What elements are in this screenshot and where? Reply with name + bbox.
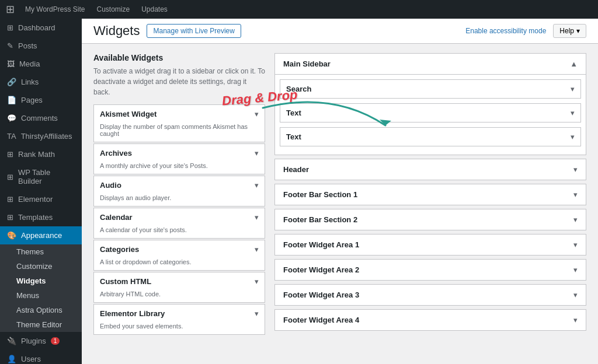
widget-categories: Categories ▾ A list or dropdown of categ…	[93, 240, 265, 271]
media-icon: 🖼	[7, 60, 15, 68]
widget-akismet: Akismet Widget ▾ Display the number of s…	[93, 104, 265, 142]
widget-area-footer-bar-2-header[interactable]: Footer Bar Section 2 ▾	[275, 209, 586, 230]
sidebar-item-plugins[interactable]: 🔌 Plugins 1	[0, 332, 82, 350]
help-label: Help	[559, 27, 574, 35]
sidebar-item-thirstyaffiliates[interactable]: TA ThirstyAffiliates	[0, 127, 82, 145]
widget-audio-header[interactable]: Audio ▾	[94, 176, 265, 194]
footer-widget-3-name: Footer Widget Area 3	[283, 290, 359, 299]
widget-area-footer-widget-4-header[interactable]: Footer Widget Area 4 ▾	[275, 310, 586, 330]
top-bar-nav: My WordPress Site Customize Updates	[19, 5, 173, 13]
available-widgets-title: Available Widgets	[93, 53, 265, 62]
categories-dropdown-icon: ▾	[255, 245, 259, 254]
slot-search-arrow-icon: ▾	[571, 85, 575, 93]
widget-area-footer-widget-4: Footer Widget Area 4 ▾	[274, 309, 586, 331]
widget-area-footer-bar-1-header[interactable]: Footer Bar Section 1 ▾	[275, 184, 586, 205]
widget-archives-desc: A monthly archive of your site's Posts.	[94, 162, 265, 174]
submenu-customize[interactable]: Customize	[0, 259, 82, 274]
sidebar-item-rankmath[interactable]: ⊞ Rank Math	[0, 145, 82, 163]
widget-area-footer-bar-1: Footer Bar Section 1 ▾	[274, 184, 586, 205]
appearance-icon: 🎨	[7, 231, 16, 240]
wptable-icon: ⊞	[7, 173, 13, 181]
sidebar-item-elementor[interactable]: ⊞ Elementor	[0, 190, 82, 208]
widget-area-footer-widget-2-header[interactable]: Footer Widget Area 2 ▾	[275, 260, 586, 280]
widget-archives-header[interactable]: Archives ▾	[94, 144, 265, 162]
slot-text2-arrow-icon: ▾	[571, 132, 575, 141]
admin-sidebar: ⊞ Dashboard ✎ Posts 🖼 Media 🔗 Links 📄 Pa…	[0, 19, 82, 364]
users-icon: 👤	[7, 355, 16, 363]
sidebar-item-links[interactable]: 🔗 Links	[0, 73, 82, 91]
plugins-badge: 1	[51, 337, 60, 345]
dashboard-icon: ⊞	[7, 23, 13, 32]
sidebar-item-media[interactable]: 🖼 Media	[0, 55, 82, 73]
widget-slot-text-1: Text ▾	[280, 103, 581, 123]
top-admin-bar: ⊞ My WordPress Site Customize Updates	[0, 0, 598, 19]
wp-logo-icon: ⊞	[6, 3, 15, 16]
widget-custom-html-header[interactable]: Custom HTML ▾	[94, 272, 265, 290]
widget-calendar: Calendar ▾ A calendar of your site's pos…	[93, 208, 265, 239]
accessibility-link[interactable]: Enable accessibility mode	[465, 27, 546, 35]
sidebar-item-appearance[interactable]: 🎨 Appearance ➤	[0, 226, 82, 244]
submenu-widgets[interactable]: Widgets	[0, 274, 82, 288]
widget-area-footer-widget-3-header[interactable]: Footer Widget Area 3 ▾	[275, 285, 586, 305]
footer-bar-1-name: Footer Bar Section 1	[283, 190, 357, 199]
help-button[interactable]: Help ▾	[553, 24, 586, 38]
submenu-theme-editor[interactable]: Theme Editor	[0, 317, 82, 332]
widget-slot-text-2: Text ▾	[280, 127, 581, 146]
widget-categories-desc: A list or dropdown of categories.	[94, 258, 265, 270]
page-header-left: Widgets Manage with Live Preview	[93, 23, 241, 38]
sidebar-item-dashboard[interactable]: ⊞ Dashboard	[0, 19, 82, 37]
main-content: Widgets Manage with Live Preview Enable …	[82, 19, 598, 364]
archives-dropdown-icon: ▾	[255, 149, 259, 158]
submenu-menus[interactable]: Menus	[0, 288, 82, 303]
widget-area-footer-widget-1-header[interactable]: Footer Widget Area 1 ▾	[275, 235, 586, 255]
appearance-submenu: Themes Customize Widgets Menus Astra Opt…	[0, 244, 82, 332]
widget-audio-desc: Displays an audio player.	[94, 194, 265, 206]
widget-area-header: Header ▾	[274, 159, 586, 180]
slot-text1-arrow-icon: ▾	[571, 108, 575, 117]
widget-calendar-header[interactable]: Calendar ▾	[94, 208, 265, 226]
footer-widget-4-name: Footer Widget Area 4	[283, 316, 359, 324]
help-chevron-icon: ▾	[576, 27, 580, 35]
widget-slot-search: Search ▾	[280, 79, 581, 99]
widget-areas-panel: Main Sidebar ▲ Search ▾ Text ▾	[274, 53, 586, 355]
sidebar-item-users[interactable]: 👤 Users	[0, 350, 82, 364]
topbar-site[interactable]: My WordPress Site	[19, 5, 91, 13]
main-sidebar-arrow-icon: ▲	[570, 60, 578, 68]
widget-akismet-header[interactable]: Akismet Widget ▾	[94, 105, 265, 123]
elementor-icon: ⊞	[7, 195, 13, 204]
widget-area-main-sidebar-header[interactable]: Main Sidebar ▲	[275, 54, 586, 75]
footer-widget-4-arrow-icon: ▾	[573, 316, 578, 324]
sidebar-item-pages[interactable]: 📄 Pages	[0, 91, 82, 109]
slot-text1-name: Text	[286, 108, 301, 117]
widget-calendar-name: Calendar	[100, 213, 133, 222]
widget-elementor-library: Elementor Library ▾ Embed your saved ele…	[93, 304, 265, 335]
widget-elementor-library-header[interactable]: Elementor Library ▾	[94, 304, 265, 323]
submenu-themes[interactable]: Themes	[0, 244, 82, 259]
thirsty-icon: TA	[7, 132, 16, 141]
footer-bar-2-name: Footer Bar Section 2	[283, 215, 357, 224]
widget-area-header-header[interactable]: Header ▾	[275, 159, 586, 180]
widget-area-footer-widget-2: Footer Widget Area 2 ▾	[274, 259, 586, 281]
topbar-customize[interactable]: Customize	[91, 5, 135, 13]
manage-live-preview-button[interactable]: Manage with Live Preview	[147, 24, 241, 38]
sidebar-item-comments[interactable]: 💬 Comments	[0, 109, 82, 127]
available-widgets-panel: Available Widgets To activate a widget d…	[93, 53, 274, 355]
widget-area-footer-widget-1: Footer Widget Area 1 ▾	[274, 234, 586, 256]
widget-audio: Audio ▾ Displays an audio player.	[93, 176, 265, 206]
widget-elementor-library-desc: Embed your saved elements.	[94, 323, 265, 334]
sidebar-item-posts[interactable]: ✎ Posts	[0, 37, 82, 55]
sidebar-item-wptablebuilder[interactable]: ⊞ WP Table Builder	[0, 163, 82, 190]
footer-widget-1-arrow-icon: ▾	[573, 240, 578, 249]
available-widgets-desc: To activate a widget drag it to a sideba…	[93, 66, 265, 97]
posts-icon: ✎	[7, 41, 13, 50]
rankmath-icon: ⊞	[7, 150, 13, 159]
app-wrapper: ⊞ My WordPress Site Customize Updates ⊞ …	[0, 0, 598, 364]
widget-custom-html-desc: Arbitrary HTML code.	[94, 290, 265, 302]
sidebar-item-templates[interactable]: ⊞ Templates	[0, 208, 82, 226]
widget-categories-header[interactable]: Categories ▾	[94, 240, 265, 258]
topbar-updates[interactable]: Updates	[135, 5, 173, 13]
main-sidebar-name: Main Sidebar	[283, 60, 331, 68]
submenu-astra[interactable]: Astra Options	[0, 303, 82, 317]
page-header-right: Enable accessibility mode Help ▾	[465, 24, 586, 38]
widget-archives: Archives ▾ A monthly archive of your sit…	[93, 144, 265, 174]
